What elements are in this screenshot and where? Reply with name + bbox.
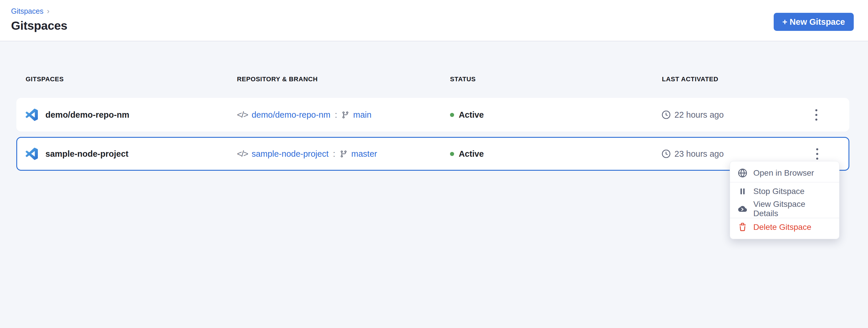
gitspace-name-cell: sample-node-project (26, 148, 128, 160)
last-activated-text: 23 hours ago (675, 149, 724, 159)
status-cell: Active (450, 110, 484, 120)
branch-link[interactable]: main (353, 110, 371, 120)
status-label: Active (459, 149, 484, 159)
pause-icon (738, 186, 747, 196)
vscode-icon (26, 109, 38, 121)
gitspace-name-cell: demo/demo-repo-nm (26, 109, 129, 121)
page-title: Gitspaces (11, 19, 868, 33)
code-icon: </> (237, 149, 248, 159)
menu-item-label: Delete Gitspace (753, 222, 811, 232)
status-active-dot (450, 152, 454, 156)
column-header-gitspaces: GITSPACES (26, 76, 64, 83)
status-cell: Active (450, 149, 484, 159)
repository-branch-cell: </> demo/demo-repo-nm : main (237, 110, 371, 120)
gitspace-name: sample-node-project (45, 149, 128, 159)
menu-item-label: View Gitspace Details (753, 200, 832, 218)
menu-divider (730, 182, 839, 182)
menu-item-label: Stop Gitspace (753, 187, 805, 196)
chevron-right-icon: › (47, 7, 50, 15)
repo-branch-separator: : (334, 110, 338, 120)
trash-icon (738, 222, 747, 232)
vscode-icon (26, 148, 38, 160)
last-activated-cell: 23 hours ago (662, 149, 724, 159)
table-row[interactable]: demo/demo-repo-nm </> demo/demo-repo-nm … (16, 98, 849, 132)
column-header-repository-branch: REPOSITORY & BRANCH (237, 76, 317, 83)
status-active-dot (450, 113, 454, 117)
gitspaces-table: GITSPACES REPOSITORY & BRANCH STATUS LAS… (16, 76, 849, 171)
last-activated-cell: 22 hours ago (662, 110, 724, 120)
code-icon: </> (237, 110, 248, 120)
repository-link[interactable]: sample-node-project (251, 149, 328, 159)
repository-branch-cell: </> sample-node-project : master (237, 149, 377, 159)
clock-icon (662, 111, 670, 119)
menu-item-delete-gitspace[interactable]: Delete Gitspace (730, 218, 839, 236)
clock-icon (662, 150, 670, 158)
table-row[interactable]: sample-node-project </> sample-node-proj… (16, 137, 849, 171)
cloud-icon (738, 204, 747, 214)
globe-icon (738, 168, 747, 178)
column-header-last-activated: LAST ACTIVATED (662, 76, 718, 83)
table-body: demo/demo-repo-nm </> demo/demo-repo-nm … (16, 98, 849, 171)
row-actions-context-menu: Open in Browser Stop Gitspace View Gitsp… (730, 161, 839, 239)
table-header-row: GITSPACES REPOSITORY & BRANCH STATUS LAS… (16, 76, 849, 84)
git-branch-icon (340, 150, 347, 158)
gitspace-name: demo/demo-repo-nm (45, 110, 129, 120)
repo-branch-separator: : (333, 149, 336, 159)
breadcrumb-link-gitspaces[interactable]: Gitspaces (11, 7, 43, 16)
branch-link[interactable]: master (351, 149, 377, 159)
top-header-bar: Gitspaces › Gitspaces + New Gitspace (0, 0, 868, 41)
git-branch-icon (341, 111, 349, 119)
column-header-status: STATUS (450, 76, 476, 83)
repository-link[interactable]: demo/demo-repo-nm (251, 110, 330, 120)
last-activated-text: 22 hours ago (675, 110, 724, 120)
new-gitspace-button[interactable]: + New Gitspace (774, 13, 854, 31)
menu-item-label: Open in Browser (753, 168, 814, 178)
status-label: Active (459, 110, 484, 120)
breadcrumb: Gitspaces › (11, 7, 868, 16)
menu-item-view-gitspace-details[interactable]: View Gitspace Details (730, 200, 839, 217)
row-actions-kebab-menu-icon[interactable] (807, 103, 825, 126)
menu-item-open-in-browser[interactable]: Open in Browser (730, 164, 839, 182)
menu-item-stop-gitspace[interactable]: Stop Gitspace (730, 183, 839, 200)
